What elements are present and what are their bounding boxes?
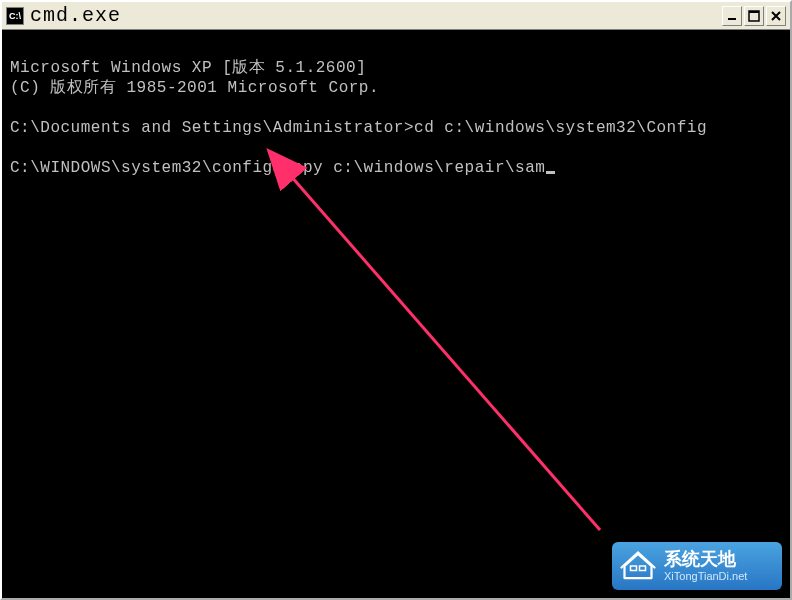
minimize-icon: [726, 10, 738, 22]
terminal-line: (C) 版权所有 1985-2001 Microsoft Corp.: [10, 79, 379, 97]
svg-rect-4: [631, 566, 637, 571]
maximize-button[interactable]: [744, 6, 764, 26]
svg-rect-0: [728, 18, 736, 20]
titlebar[interactable]: C:\ cmd.exe: [2, 2, 790, 30]
terminal-line: C:\Documents and Settings\Administrator>…: [10, 119, 707, 137]
close-button[interactable]: [766, 6, 786, 26]
watermark-title: 系统天地: [664, 550, 747, 570]
svg-rect-5: [640, 566, 646, 571]
svg-rect-2: [749, 11, 759, 13]
text-cursor: [546, 171, 555, 174]
watermark-badge: 系统天地 XiTongTianDi.net: [612, 542, 782, 590]
terminal-output[interactable]: Microsoft Windows XP [版本 5.1.2600] (C) 版…: [2, 30, 790, 598]
watermark-text: 系统天地 XiTongTianDi.net: [664, 550, 747, 582]
cmd-window: C:\ cmd.exe Microsoft Windows XP [版本 5.1…: [0, 0, 792, 600]
terminal-line: Microsoft Windows XP [版本 5.1.2600]: [10, 59, 366, 77]
window-title: cmd.exe: [30, 4, 722, 27]
maximize-icon: [748, 10, 760, 22]
house-icon: [620, 548, 656, 584]
app-icon: C:\: [6, 7, 24, 25]
close-icon: [770, 10, 782, 22]
minimize-button[interactable]: [722, 6, 742, 26]
watermark-url: XiTongTianDi.net: [664, 570, 747, 582]
window-controls: [722, 6, 786, 26]
terminal-line: C:\WINDOWS\system32\config>copy c:\windo…: [10, 159, 545, 177]
